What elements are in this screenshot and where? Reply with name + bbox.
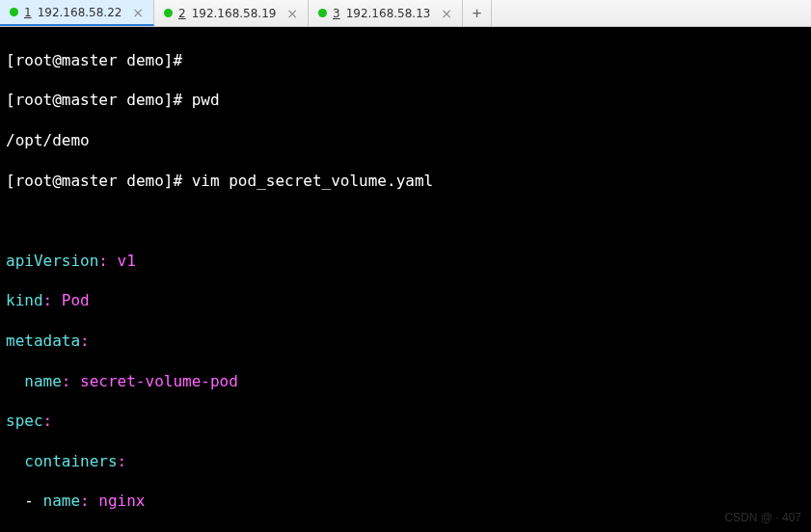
status-dot-icon (164, 9, 173, 17)
tab-bar: 1 192.168.58.22 × 2 192.168.58.19 × 3 19… (0, 0, 811, 27)
watermark: CSDN @ · 407 (724, 511, 801, 526)
yaml-line: - name: nginx (6, 492, 805, 512)
status-dot-icon (10, 8, 18, 16)
close-icon[interactable]: × (441, 7, 452, 20)
tab-3[interactable]: 3 192.168.58.13 × (309, 0, 463, 26)
command-text: vim pod_secret_volume.yaml (192, 172, 433, 190)
close-icon[interactable]: × (132, 6, 144, 19)
prompt-line: [root@master demo]# (6, 51, 805, 71)
yaml-line: containers: (6, 452, 805, 472)
blank-line (6, 211, 805, 231)
close-icon[interactable]: × (286, 7, 298, 20)
tab-index: 1 (24, 6, 32, 19)
yaml-line: name: secret-volume-pod (6, 372, 805, 392)
output-line: /opt/demo (6, 131, 805, 151)
tab-index: 2 (178, 7, 186, 20)
tab-label: 192.168.58.19 (192, 7, 277, 20)
command-text: pwd (192, 91, 220, 109)
yaml-line: apiVersion: v1 (6, 252, 805, 272)
prompt-line: [root@master demo]# vim pod_secret_volum… (6, 172, 805, 192)
prompt-line: [root@master demo]# pwd (6, 91, 805, 111)
yaml-line: kind: Pod (6, 291, 805, 311)
tab-1[interactable]: 1 192.168.58.22 × (0, 0, 154, 26)
terminal[interactable]: [root@master demo]# [root@master demo]# … (0, 27, 811, 532)
tab-label: 192.168.58.22 (38, 6, 122, 19)
yaml-line: spec: (6, 412, 805, 432)
status-dot-icon (318, 9, 327, 17)
tab-label: 192.168.58.13 (346, 7, 431, 20)
yaml-line: metadata: (6, 332, 805, 352)
tab-index: 3 (333, 7, 340, 20)
tab-2[interactable]: 2 192.168.58.19 × (154, 0, 309, 26)
add-tab-button[interactable]: + (463, 0, 492, 26)
